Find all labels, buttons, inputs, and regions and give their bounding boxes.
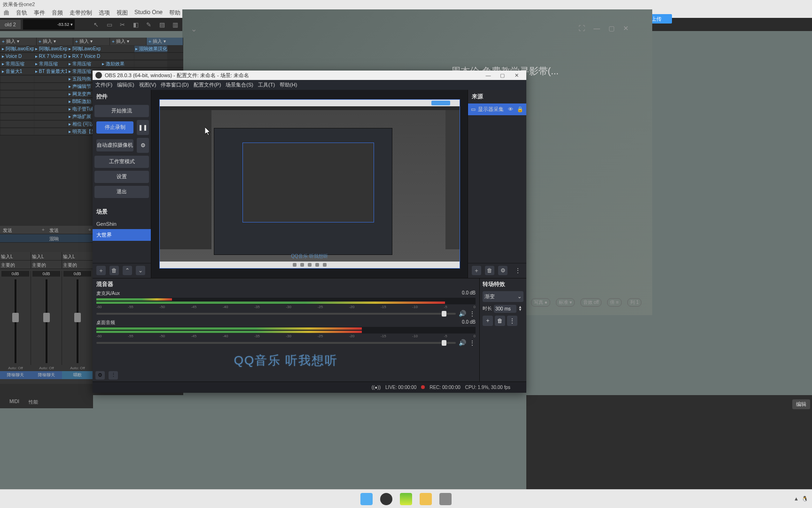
music-ctrl-2[interactable]: 音效 off [580,298,602,307]
track-cell[interactable]: ▸ Voice D [1,53,34,60]
track-cell[interactable]: ▸ 常用压缩 [1,61,34,67]
start-streaming-button[interactable]: 开始推流 [94,105,149,117]
bg-menu-1[interactable]: 音轨 [16,9,27,16]
bg-menu-4[interactable]: 走带控制 [70,9,92,16]
track-cell[interactable] [1,113,34,120]
preview-canvas[interactable]: QQ音乐 听我想听 [159,99,460,269]
windows-taskbar[interactable]: ▲ 🐧 [0,489,812,508]
obs-maximize-icon[interactable]: ▢ [495,72,509,79]
minimize-icon[interactable]: — [593,24,600,32]
channel-menu-button[interactable]: ⋮ [469,310,476,318]
track-cell[interactable] [134,61,167,67]
bg-menu-7[interactable]: Studio One [134,9,163,16]
maximize-icon[interactable]: ▢ [609,24,615,32]
obs-menu-profile[interactable]: 配置文件(P) [194,81,221,88]
tray-icon-0[interactable]: ▲ [794,496,799,502]
bg-toolbar-tab[interactable]: old 2 [0,20,21,29]
obs-menu-help[interactable]: 帮助(H) [280,81,297,88]
main-0[interactable]: 主要的 [0,261,31,269]
music-ctrl-4[interactable]: 列 1 [627,298,641,307]
obs-menu-tools[interactable]: 工具(T) [258,81,275,88]
music-ctrl-1[interactable]: 标准 ▾ [556,298,575,307]
source-add-button[interactable]: ＋ [472,266,481,275]
input-1[interactable]: 输入L [31,252,62,260]
listen-icon[interactable]: ▥ [172,21,179,28]
input-2[interactable]: 输入L [62,252,93,260]
track-cell[interactable]: ▸ 混响效果汉化 [134,46,167,52]
track-cell[interactable]: ▸ 常用压缩 [68,61,101,67]
range-icon[interactable]: ▭ [107,21,113,28]
scene-up-button[interactable]: ⌃ [123,266,132,275]
volume-slider[interactable] [96,313,456,315]
obs-preview[interactable]: QQ音乐 听我想听 [151,90,468,278]
mute-button[interactable]: 🔊 [459,339,466,346]
track-header-4[interactable]: +插入 ▾ [147,38,183,45]
channel-menu-button[interactable]: ⋮ [469,339,476,347]
obs-titlebar[interactable]: OBS 28.0.3 (64-bit, windows) - 配置文件: 未命名… [93,71,526,80]
track-cell[interactable]: ▸ 阿嗨LawoExp [1,46,34,52]
fullscreen-icon[interactable]: ⛶ [578,24,585,32]
track-cell[interactable] [34,91,67,97]
track-cell[interactable] [134,53,167,60]
track-header-0[interactable]: +插入 ▾ [0,38,37,45]
track-cell[interactable] [1,121,34,127]
track-cell[interactable] [34,76,67,82]
fader-strip-1[interactable]: 0dB [31,271,62,365]
taskbar-obs-icon[interactable] [380,493,392,505]
track-cell[interactable] [101,46,134,52]
bg-menu-8[interactable]: 帮助 [169,9,180,16]
pause-recording-button[interactable]: ❚❚ [137,120,149,135]
track-cell[interactable] [101,53,134,60]
track-cell[interactable] [34,106,67,112]
track-cell[interactable] [1,128,34,135]
obs-minimize-icon[interactable]: — [481,72,495,78]
exit-button[interactable]: 退出 [94,186,149,198]
edit-button[interactable]: 编辑 [792,399,810,409]
obs-menu-dock[interactable]: 停靠窗口(D) [161,81,188,88]
virtual-camera-button[interactable]: 自动虚拟摄像机 [96,139,133,151]
track-cell[interactable]: ▸ RX 7 Voice D [68,53,101,60]
track-cell[interactable]: ▸ 阿嗨LawoExp [68,46,101,52]
track-cell[interactable] [34,83,67,90]
track-cell[interactable]: ▸ 音量大1 [1,68,34,75]
scene-item-1[interactable]: 大世界 [93,229,151,241]
obs-menu-scene[interactable]: 场景集合(S) [226,81,253,88]
obs-close-icon[interactable]: ✕ [509,72,523,79]
track-cell[interactable] [34,113,67,120]
music-ctrl-0[interactable]: 写真 ● [531,298,550,307]
main-2[interactable]: 主要的 [62,261,93,269]
bg-menu-6[interactable]: 视图 [117,9,128,16]
taskbar-app-4[interactable] [439,493,452,505]
obs-menu-file[interactable]: 文件(F) [95,81,112,88]
music-ctrl-3[interactable]: 倍 ≡ [607,298,622,307]
mute-button[interactable]: 🔊 [459,310,466,317]
music-collapse-icon[interactable]: ⌄ [191,24,197,33]
obs-menu-edit[interactable]: 编辑(E) [117,81,134,88]
mixer-settings-button[interactable]: ⚙ [95,371,105,380]
track-cell[interactable] [1,98,34,105]
mixer-menu-button[interactable]: ⋮ [109,371,118,380]
track-cell[interactable] [1,83,34,90]
pencil-icon[interactable]: ✎ [146,21,153,28]
bg-menu-3[interactable]: 音频 [52,9,63,16]
track-header-3[interactable]: +插入 ▾ [110,38,147,45]
source-remove-button[interactable]: 🗑 [485,266,494,275]
send-item-mix[interactable]: 混响 [47,234,93,242]
track-cell[interactable]: ▸ 阿嗨LawoExp [34,46,67,52]
source-menu-button[interactable]: ⋮ [513,266,523,275]
studio-mode-button[interactable]: 工作室模式 [94,156,149,168]
track-cell[interactable]: ▸ BT 音量最大1 [34,68,67,75]
track-cell[interactable] [34,128,67,135]
fader-strip-2[interactable]: 0dB [62,271,93,365]
scene-item-0[interactable]: GenShin [93,219,151,229]
input-0[interactable]: 输入L [0,252,31,260]
track-cell[interactable]: ▸ RX 7 Voice D [34,53,67,60]
track-header-1[interactable]: +插入 ▾ [37,38,73,45]
scene-down-button[interactable]: ⌄ [136,266,145,275]
stop-recording-button[interactable]: 停止录制 [96,121,133,134]
track-header-2[interactable]: +插入 ▾ [73,38,110,45]
duration-input[interactable] [494,305,516,313]
source-settings-button[interactable]: ⚙ [498,266,508,275]
source-lock-icon[interactable]: 🔒 [517,106,523,112]
track-cell[interactable] [34,121,67,127]
